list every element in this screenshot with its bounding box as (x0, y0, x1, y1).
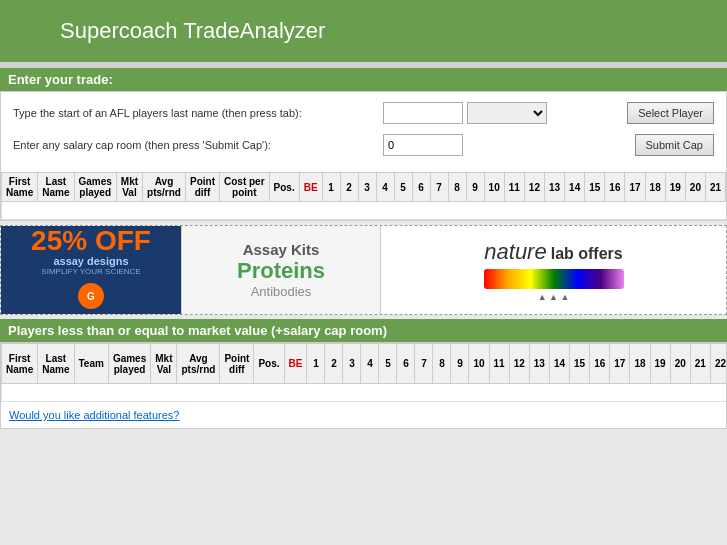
b-col-mkt-val: MktVal (151, 344, 177, 384)
col-first-name: FirstName (2, 173, 38, 202)
col-7: 7 (430, 173, 448, 202)
col-10: 10 (484, 173, 504, 202)
bottom-table-scroll: FirstName LastName Team Gamesplayed MktV… (1, 343, 726, 402)
b-col-avg-pts: Avgpts/rnd (177, 344, 220, 384)
b-col-20: 20 (670, 344, 690, 384)
app-header: Supercoach TradeAnalyzer (0, 0, 727, 62)
col-games-played: Gamesplayed (74, 173, 116, 202)
col-mkt-val: MktVal (116, 173, 142, 202)
ad-lab-offers-text: lab offers (551, 245, 623, 263)
b-col-12: 12 (509, 344, 529, 384)
col-11: 11 (504, 173, 524, 202)
b-col-21: 21 (690, 344, 710, 384)
col-3: 3 (358, 173, 376, 202)
b-col-last-name: LastName (38, 344, 74, 384)
b-col-3: 3 (343, 344, 361, 384)
ad-proteins: Proteins (237, 258, 325, 284)
col-6: 6 (412, 173, 430, 202)
b-col-15: 15 (570, 344, 590, 384)
b-col-8: 8 (433, 344, 451, 384)
b-col-19: 19 (650, 344, 670, 384)
col-19: 19 (665, 173, 685, 202)
b-col-1: 1 (307, 344, 325, 384)
svg-text:G: G (87, 291, 95, 302)
b-col-games-played: Gamesplayed (108, 344, 150, 384)
col-4: 4 (376, 173, 394, 202)
player-name-controls: Select Player (383, 102, 714, 124)
b-col-16: 16 (590, 344, 610, 384)
submit-cap-button[interactable]: Submit Cap (635, 134, 714, 156)
b-col-7: 7 (415, 344, 433, 384)
ad-brand: assay designs (53, 255, 128, 267)
col-be: BE (299, 173, 322, 202)
col-avg-pts: Avgpts/rnd (143, 173, 186, 202)
ad-nature-content: nature lab offers ▲ ▲ ▲ (484, 239, 624, 302)
trade-section-header: Enter your trade: (0, 68, 727, 91)
col-1: 1 (322, 173, 340, 202)
col-cost-per-point: Cost perpoint (219, 173, 269, 202)
b-col-first-name: FirstName (2, 344, 38, 384)
b-col-13: 13 (529, 344, 549, 384)
b-col-18: 18 (630, 344, 650, 384)
app-title: Supercoach TradeAnalyzer (60, 18, 707, 44)
b-col-point-diff: Pointdiff (220, 344, 254, 384)
b-col-pos: Pos. (254, 344, 284, 384)
trade-form-container: Type the start of an AFL players last na… (0, 91, 727, 221)
b-col-2: 2 (325, 344, 343, 384)
table-row (2, 384, 727, 402)
table-row (2, 202, 727, 220)
ad-right-section: nature lab offers ▲ ▲ ▲ (381, 225, 726, 315)
salary-cap-label: Enter any salary cap room (then press 'S… (13, 139, 383, 151)
col-8: 8 (448, 173, 466, 202)
ad-assay-kits: Assay Kits (243, 241, 320, 258)
ad-center-section: Assay Kits Proteins Antibodies (181, 225, 381, 315)
b-col-team: Team (74, 344, 108, 384)
player-position-select[interactable] (467, 102, 547, 124)
col-18: 18 (645, 173, 665, 202)
player-name-input[interactable] (383, 102, 463, 124)
ad-banner[interactable]: 25% OFF assay designs SIMPLIFY YOUR SCIE… (0, 225, 727, 315)
player-name-row: Type the start of an AFL players last na… (13, 100, 714, 126)
b-col-5: 5 (379, 344, 397, 384)
b-col-6: 6 (397, 344, 415, 384)
col-point-diff: Pointdiff (185, 173, 219, 202)
footer-link-row: Would you like additional features? (1, 402, 726, 428)
ad-subtext: ▲ ▲ ▲ (484, 292, 624, 302)
b-col-14: 14 (549, 344, 569, 384)
trade-table: FirstName LastName Gamesplayed MktVal Av… (1, 172, 726, 220)
ad-discount: 25% OFF (31, 227, 151, 255)
ad-rainbow-bar (484, 269, 624, 289)
ad-nature-text: nature (484, 239, 546, 265)
ad-logo-icon: G (77, 282, 105, 310)
b-col-17: 17 (610, 344, 630, 384)
bottom-table-header-row: FirstName LastName Team Gamesplayed MktV… (2, 344, 727, 384)
b-col-22: 22 (710, 344, 726, 384)
b-col-9: 9 (451, 344, 469, 384)
player-name-label: Type the start of an AFL players last na… (13, 107, 383, 119)
col-2: 2 (340, 173, 358, 202)
col-last-name: LastName (38, 173, 74, 202)
col-21: 21 (705, 173, 725, 202)
b-col-be: BE (284, 344, 307, 384)
ad-antibodies: Antibodies (251, 284, 312, 299)
b-col-10: 10 (469, 344, 489, 384)
bottom-table-container: FirstName LastName Team Gamesplayed MktV… (0, 342, 727, 429)
col-pos: Pos. (269, 173, 299, 202)
col-5: 5 (394, 173, 412, 202)
col-13: 13 (544, 173, 564, 202)
trade-table-header-row: FirstName LastName Gamesplayed MktVal Av… (2, 173, 727, 202)
col-14: 14 (565, 173, 585, 202)
trade-table-container: FirstName LastName Gamesplayed MktVal Av… (1, 172, 726, 220)
salary-cap-input[interactable] (383, 134, 463, 156)
salary-cap-controls: Submit Cap (383, 134, 714, 156)
b-col-4: 4 (361, 344, 379, 384)
col-12: 12 (524, 173, 544, 202)
col-9: 9 (466, 173, 484, 202)
ad-left-section: 25% OFF assay designs SIMPLIFY YOUR SCIE… (1, 225, 181, 315)
additional-features-link[interactable]: Would you like additional features? (9, 409, 179, 421)
col-20: 20 (685, 173, 705, 202)
select-player-button[interactable]: Select Player (627, 102, 714, 124)
b-col-11: 11 (489, 344, 509, 384)
col-16: 16 (605, 173, 625, 202)
ad-tagline: SIMPLIFY YOUR SCIENCE (41, 267, 140, 276)
